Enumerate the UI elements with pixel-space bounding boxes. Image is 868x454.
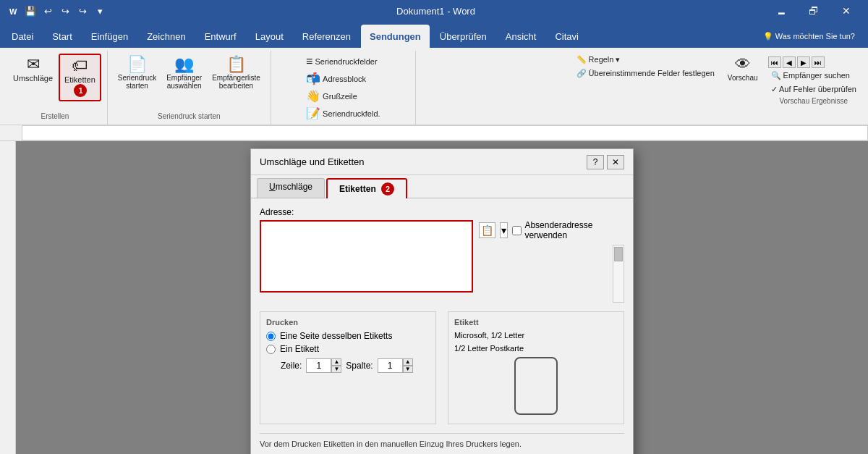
vorschau-button[interactable]: 👁 Vorschau bbox=[723, 54, 762, 85]
minimize-button[interactable]: 🗕 bbox=[765, 0, 797, 22]
col-input-group: ▲ ▼ bbox=[378, 358, 413, 373]
close-button[interactable]: ✕ bbox=[830, 0, 862, 22]
ribbon-group-right: 📏 Regeln ▾ 🔗 Übereinstimmende Felder fes… bbox=[568, 51, 865, 125]
nav-arrows: ⏮ ◀ ▶ ⏭ bbox=[768, 56, 859, 68]
etikett-line1: Microsoft, 1/2 Letter bbox=[454, 331, 618, 340]
radio-one-label: Ein Etikett bbox=[266, 344, 430, 354]
save-icon[interactable]: 💾 bbox=[23, 4, 38, 18]
address-row: 📋 ▾ Absenderadresse verwenden bbox=[260, 220, 624, 303]
empfaenger-suchen-button[interactable]: 🔍 Empfänger suchen bbox=[768, 70, 859, 82]
sender-label: Absenderadresse verwenden bbox=[524, 220, 624, 240]
row-spin-up[interactable]: ▲ bbox=[331, 358, 341, 366]
last-record-button[interactable]: ⏭ bbox=[812, 56, 825, 68]
tab-referenzen[interactable]: Referenzen bbox=[294, 25, 359, 48]
vorschau-icon: 👁 bbox=[735, 56, 751, 72]
tab-start[interactable]: Start bbox=[43, 25, 80, 48]
dialog-tab-umschlaege[interactable]: Umschläge bbox=[257, 178, 325, 198]
tab-zeichnen[interactable]: Zeichnen bbox=[138, 25, 194, 48]
help-tab[interactable]: 💡 Was möchten Sie tun? bbox=[754, 25, 864, 48]
row-input[interactable] bbox=[306, 358, 331, 373]
tab-sendungen[interactable]: Sendungen bbox=[361, 25, 430, 48]
grusszeile-button[interactable]: 👋 Grußzeile bbox=[303, 88, 383, 104]
seriendruck-starten-button[interactable]: 📄 Seriendruckstarten bbox=[114, 54, 161, 93]
seriendruckfelder-label: Seriendruckfelder bbox=[315, 57, 377, 66]
tab-layout[interactable]: Layout bbox=[247, 25, 292, 48]
next-record-button[interactable]: ▶ bbox=[797, 56, 810, 68]
dialog-controls: ? ✕ bbox=[587, 155, 624, 169]
first-record-button[interactable]: ⏮ bbox=[768, 56, 781, 68]
row-label: Zeile: bbox=[281, 361, 302, 371]
col-label: Spalte: bbox=[346, 361, 373, 371]
row-col-section: Zeile: ▲ ▼ Spalte: bbox=[266, 358, 430, 373]
seriendruckfeld-button[interactable]: 📝 Seriendruckfeld. bbox=[303, 105, 383, 122]
radio-one-label-input[interactable] bbox=[266, 345, 276, 354]
window-controls: 🗕 🗗 ✕ bbox=[765, 0, 862, 22]
regeln-button[interactable]: 📏 Regeln ▾ bbox=[574, 54, 718, 66]
col-input[interactable] bbox=[378, 358, 403, 373]
etiketten-button[interactable]: 🏷 Etiketten 1 bbox=[59, 54, 101, 101]
etikett-line2: 1/2 Letter Postkarte bbox=[454, 344, 618, 353]
grusszeile-icon: 👋 bbox=[306, 89, 320, 103]
empfaenger-icon: 👥 bbox=[174, 56, 194, 72]
adressblock-icon: 📬 bbox=[306, 72, 320, 85]
tab-citavi[interactable]: Citavi bbox=[546, 25, 587, 48]
dialog-title: Umschläge und Etiketten bbox=[260, 156, 365, 167]
etikett-preview bbox=[514, 357, 558, 415]
seriendruckfeld-icon: 📝 bbox=[306, 106, 320, 120]
etiketten-tab-badge: 2 bbox=[381, 182, 394, 196]
quick-access-toolbar: W 💾 ↩ ↪ ↪ ▾ bbox=[6, 4, 107, 18]
radio-same-page-label: Eine Seite desselben Etiketts bbox=[280, 331, 392, 341]
ribbon-group-seriendruck: 📄 Seriendruckstarten 👥 Empfängerauswähle… bbox=[108, 51, 271, 125]
prev-record-button[interactable]: ◀ bbox=[783, 56, 796, 68]
contacts-button[interactable]: 📋 bbox=[479, 222, 495, 238]
sender-checkbox[interactable] bbox=[512, 226, 522, 235]
qat-dropdown-icon[interactable]: ▾ bbox=[93, 4, 107, 18]
umschlaege-tab-label: Umschläge bbox=[269, 182, 312, 192]
horizontal-ruler bbox=[22, 125, 868, 140]
umschlaege-label: Umschläge bbox=[13, 74, 53, 83]
tab-entwurf[interactable]: Entwurf bbox=[196, 25, 245, 48]
fehler-pruefen-button[interactable]: ✓ Auf Fehler überprüfen bbox=[768, 83, 859, 96]
tab-ansicht[interactable]: Ansicht bbox=[497, 25, 545, 48]
etiketten-badge: 1 bbox=[74, 84, 87, 97]
empfaenger-suchen-label: 🔍 Empfänger suchen bbox=[771, 71, 850, 80]
dialog-help-button[interactable]: ? bbox=[587, 155, 604, 169]
dialog-tab-etiketten[interactable]: Etiketten 2 bbox=[326, 178, 407, 198]
seriendruckfelder-button[interactable]: ≡ Seriendruckfelder bbox=[303, 54, 383, 70]
restore-button[interactable]: 🗗 bbox=[797, 0, 830, 22]
col-spin-up[interactable]: ▲ bbox=[403, 358, 413, 366]
empfaenger-auswaehlen-button[interactable]: 👥 Empfängerauswählen bbox=[162, 54, 206, 93]
address-scrollbar[interactable] bbox=[613, 245, 624, 303]
undo-icon[interactable]: ↩ bbox=[41, 4, 55, 18]
redo-icon[interactable]: ↪ bbox=[58, 4, 72, 18]
ribbon-group-erstellen-items: ✉ Umschläge 🏷 Etiketten 1 bbox=[9, 54, 101, 112]
umschlaege-button[interactable]: ✉ Umschläge bbox=[9, 54, 57, 85]
empfaengerliste-button[interactable]: 📋 Empfängerlistebearbeiten bbox=[208, 54, 265, 93]
umschlaege-icon: ✉ bbox=[27, 56, 40, 72]
row-input-group: ▲ ▼ bbox=[306, 358, 341, 373]
ribbon-group-seriendruck-label: Seriendruck starten bbox=[158, 112, 221, 122]
address-side: 📋 ▾ Absenderadresse verwenden bbox=[479, 220, 624, 303]
felder-festlegen-button[interactable]: 🔗 Übereinstimmende Felder festlegen bbox=[574, 67, 718, 80]
row-spin-down[interactable]: ▼ bbox=[331, 366, 341, 373]
ribbon-group-felder-items: ≡ Seriendruckfelder 📬 Adressblock 👋 Gruß… bbox=[303, 54, 383, 122]
ribbon-content: ✉ Umschläge 🏷 Etiketten 1 Erstellen 📄 Se… bbox=[0, 48, 868, 125]
dialog-tabs: Umschläge Etiketten 2 bbox=[251, 175, 633, 198]
radio-group: Eine Seite desselben Etiketts Ein Etiket… bbox=[266, 331, 430, 354]
address-textarea[interactable] bbox=[260, 220, 473, 293]
tab-einfuegen[interactable]: Einfügen bbox=[82, 25, 137, 48]
document-area: Umschläge und Etiketten ? ✕ Umschläge Et… bbox=[16, 141, 868, 454]
dialog-close-button[interactable]: ✕ bbox=[607, 155, 624, 169]
tab-datei[interactable]: Datei bbox=[3, 25, 42, 48]
tab-uberpruefen[interactable]: Überprüfen bbox=[431, 25, 495, 48]
ribbon-group-felder: ≡ Seriendruckfelder 📬 Adressblock 👋 Gruß… bbox=[271, 51, 416, 125]
redo2-icon[interactable]: ↪ bbox=[75, 4, 90, 18]
regeln-label: 📏 Regeln ▾ bbox=[576, 55, 621, 64]
contacts-icon: 📋 bbox=[481, 224, 493, 236]
col-spin-down[interactable]: ▼ bbox=[403, 366, 413, 373]
contacts-dropdown-button[interactable]: ▾ bbox=[500, 222, 508, 238]
etikett-section-label: Etikett bbox=[454, 318, 618, 327]
adressblock-button[interactable]: 📬 Adressblock bbox=[303, 70, 383, 87]
radio-same-page-input[interactable] bbox=[266, 332, 276, 341]
seriendruck-icon: 📄 bbox=[127, 56, 147, 72]
